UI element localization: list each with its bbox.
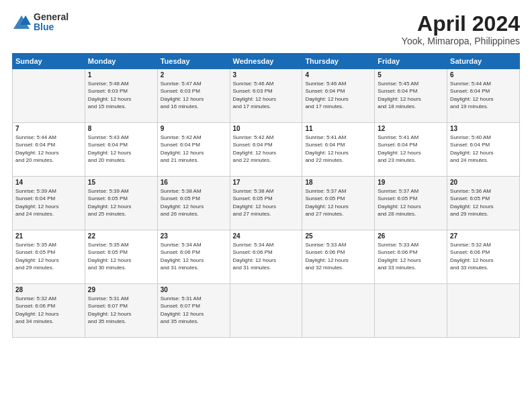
day-number: 19 — [378, 179, 444, 186]
day-number: 20 — [450, 179, 517, 186]
day-number: 21 — [15, 232, 82, 240]
header-saturday: Saturday — [447, 54, 520, 69]
day-number: 17 — [233, 179, 300, 186]
week-row-4: 28Sunrise: 5:32 AM Sunset: 6:06 PM Dayli… — [13, 284, 520, 338]
logo-text: General Blue — [34, 12, 69, 33]
calendar-cell: 24Sunrise: 5:34 AM Sunset: 6:06 PM Dayli… — [230, 230, 302, 284]
week-row-3: 21Sunrise: 5:35 AM Sunset: 6:05 PM Dayli… — [13, 230, 520, 284]
calendar-cell: 12Sunrise: 5:41 AM Sunset: 6:04 PM Dayli… — [375, 123, 447, 177]
day-info: Sunrise: 5:36 AM Sunset: 6:05 PM Dayligh… — [450, 187, 517, 218]
calendar-body: 1Sunrise: 5:48 AM Sunset: 6:03 PM Daylig… — [13, 69, 520, 338]
day-number: 4 — [305, 71, 371, 79]
calendar-cell: 17Sunrise: 5:38 AM Sunset: 6:05 PM Dayli… — [230, 177, 302, 230]
logo-general-label: General — [34, 12, 69, 22]
calendar-cell: 18Sunrise: 5:37 AM Sunset: 6:05 PM Dayli… — [302, 177, 375, 230]
calendar-cell — [230, 284, 302, 338]
header: General Blue April 2024 Yook, Mimaropa, … — [12, 12, 520, 46]
day-info: Sunrise: 5:46 AM Sunset: 6:04 PM Dayligh… — [305, 80, 371, 110]
logo-blue-label: Blue — [34, 22, 69, 32]
header-wednesday: Wednesday — [230, 54, 302, 69]
calendar-cell: 11Sunrise: 5:41 AM Sunset: 6:04 PM Dayli… — [302, 123, 375, 177]
day-info: Sunrise: 5:32 AM Sunset: 6:06 PM Dayligh… — [450, 241, 517, 271]
day-number: 29 — [88, 286, 154, 293]
day-info: Sunrise: 5:37 AM Sunset: 6:05 PM Dayligh… — [305, 187, 371, 218]
day-info: Sunrise: 5:34 AM Sunset: 6:06 PM Dayligh… — [233, 241, 300, 271]
calendar-cell: 9Sunrise: 5:42 AM Sunset: 6:04 PM Daylig… — [157, 123, 230, 177]
calendar-header: Sunday Monday Tuesday Wednesday Thursday… — [13, 54, 520, 69]
calendar-cell: 29Sunrise: 5:31 AM Sunset: 6:07 PM Dayli… — [85, 284, 157, 338]
day-info: Sunrise: 5:34 AM Sunset: 6:06 PM Dayligh… — [161, 241, 227, 271]
calendar-cell: 21Sunrise: 5:35 AM Sunset: 6:05 PM Dayli… — [13, 230, 85, 284]
day-number: 18 — [305, 179, 371, 186]
calendar-cell: 25Sunrise: 5:33 AM Sunset: 6:06 PM Dayli… — [302, 230, 375, 284]
day-number: 13 — [450, 125, 517, 132]
day-info: Sunrise: 5:44 AM Sunset: 6:04 PM Dayligh… — [15, 134, 82, 164]
day-info: Sunrise: 5:46 AM Sunset: 6:03 PM Dayligh… — [233, 80, 300, 110]
day-info: Sunrise: 5:39 AM Sunset: 6:04 PM Dayligh… — [15, 187, 82, 218]
day-info: Sunrise: 5:40 AM Sunset: 6:04 PM Dayligh… — [450, 134, 517, 164]
day-number: 22 — [88, 232, 154, 240]
day-info: Sunrise: 5:47 AM Sunset: 6:03 PM Dayligh… — [161, 80, 227, 110]
day-number: 8 — [88, 125, 154, 132]
calendar-cell: 30Sunrise: 5:31 AM Sunset: 6:07 PM Dayli… — [157, 284, 230, 338]
calendar-cell: 6Sunrise: 5:44 AM Sunset: 6:04 PM Daylig… — [447, 69, 520, 123]
day-info: Sunrise: 5:45 AM Sunset: 6:04 PM Dayligh… — [378, 80, 444, 110]
calendar-cell: 15Sunrise: 5:39 AM Sunset: 6:05 PM Dayli… — [85, 177, 157, 230]
calendar-subtitle: Yook, Mimaropa, Philippines — [402, 36, 520, 46]
calendar-title: April 2024 — [402, 12, 520, 36]
calendar-cell: 22Sunrise: 5:35 AM Sunset: 6:05 PM Dayli… — [85, 230, 157, 284]
day-number: 3 — [233, 71, 300, 79]
day-info: Sunrise: 5:37 AM Sunset: 6:05 PM Dayligh… — [378, 187, 444, 218]
day-number: 16 — [161, 179, 227, 186]
day-info: Sunrise: 5:38 AM Sunset: 6:05 PM Dayligh… — [161, 187, 227, 218]
day-info: Sunrise: 5:39 AM Sunset: 6:05 PM Dayligh… — [88, 187, 154, 218]
day-info: Sunrise: 5:31 AM Sunset: 6:07 PM Dayligh… — [161, 295, 227, 325]
calendar-cell: 10Sunrise: 5:42 AM Sunset: 6:04 PM Dayli… — [230, 123, 302, 177]
day-number: 5 — [378, 71, 444, 79]
day-number: 28 — [15, 286, 82, 293]
calendar-cell — [13, 69, 85, 123]
header-thursday: Thursday — [302, 54, 375, 69]
day-info: Sunrise: 5:42 AM Sunset: 6:04 PM Dayligh… — [161, 134, 227, 164]
day-number: 11 — [305, 125, 371, 132]
day-info: Sunrise: 5:35 AM Sunset: 6:05 PM Dayligh… — [15, 241, 82, 271]
calendar-cell: 7Sunrise: 5:44 AM Sunset: 6:04 PM Daylig… — [13, 123, 85, 177]
day-number: 14 — [15, 179, 82, 186]
calendar-cell: 28Sunrise: 5:32 AM Sunset: 6:06 PM Dayli… — [13, 284, 85, 338]
header-monday: Monday — [85, 54, 157, 69]
day-number: 27 — [450, 232, 517, 240]
calendar-cell — [302, 284, 375, 338]
week-row-0: 1Sunrise: 5:48 AM Sunset: 6:03 PM Daylig… — [13, 69, 520, 123]
calendar-cell: 20Sunrise: 5:36 AM Sunset: 6:05 PM Dayli… — [447, 177, 520, 230]
day-info: Sunrise: 5:44 AM Sunset: 6:04 PM Dayligh… — [450, 80, 517, 110]
title-block: April 2024 Yook, Mimaropa, Philippines — [402, 12, 520, 46]
header-friday: Friday — [375, 54, 447, 69]
logo: General Blue — [12, 12, 69, 33]
calendar-cell: 19Sunrise: 5:37 AM Sunset: 6:05 PM Dayli… — [375, 177, 447, 230]
day-number: 23 — [161, 232, 227, 240]
header-row: Sunday Monday Tuesday Wednesday Thursday… — [13, 54, 520, 69]
day-info: Sunrise: 5:33 AM Sunset: 6:06 PM Dayligh… — [378, 241, 444, 271]
calendar-cell: 3Sunrise: 5:46 AM Sunset: 6:03 PM Daylig… — [230, 69, 302, 123]
calendar-cell: 2Sunrise: 5:47 AM Sunset: 6:03 PM Daylig… — [157, 69, 230, 123]
calendar-cell: 8Sunrise: 5:43 AM Sunset: 6:04 PM Daylig… — [85, 123, 157, 177]
day-info: Sunrise: 5:31 AM Sunset: 6:07 PM Dayligh… — [88, 295, 154, 325]
day-number: 26 — [378, 232, 444, 240]
logo-icon — [12, 13, 31, 32]
day-number: 2 — [161, 71, 227, 79]
header-sunday: Sunday — [13, 54, 85, 69]
day-number: 30 — [161, 286, 227, 293]
calendar-cell: 16Sunrise: 5:38 AM Sunset: 6:05 PM Dayli… — [157, 177, 230, 230]
day-number: 10 — [233, 125, 300, 132]
header-tuesday: Tuesday — [157, 54, 230, 69]
calendar-table: Sunday Monday Tuesday Wednesday Thursday… — [12, 53, 520, 338]
calendar-cell: 4Sunrise: 5:46 AM Sunset: 6:04 PM Daylig… — [302, 69, 375, 123]
week-row-1: 7Sunrise: 5:44 AM Sunset: 6:04 PM Daylig… — [13, 123, 520, 177]
day-number: 7 — [15, 125, 82, 132]
calendar-cell — [375, 284, 447, 338]
calendar-cell: 5Sunrise: 5:45 AM Sunset: 6:04 PM Daylig… — [375, 69, 447, 123]
day-info: Sunrise: 5:41 AM Sunset: 6:04 PM Dayligh… — [305, 134, 371, 164]
calendar-cell: 26Sunrise: 5:33 AM Sunset: 6:06 PM Dayli… — [375, 230, 447, 284]
calendar-cell — [447, 284, 520, 338]
day-info: Sunrise: 5:43 AM Sunset: 6:04 PM Dayligh… — [88, 134, 154, 164]
